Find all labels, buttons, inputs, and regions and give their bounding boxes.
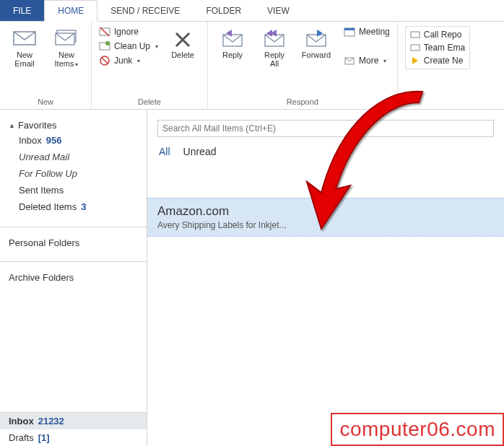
sidebar-archive-folders[interactable]: Archive Folders [0,261,147,284]
reply-button[interactable]: Reply [215,26,250,61]
quickstep-icon [410,30,420,40]
quickstep-icon [410,43,420,53]
tab-send-receive[interactable]: SEND / RECEIVE [97,0,193,21]
quickstep-team-email[interactable]: Team Ema [410,43,465,53]
clean-up-button[interactable]: Clean Up▾ [99,40,158,52]
sidebar-item-drafts[interactable]: Drafts [1] [0,429,147,446]
ribbon-group-respond-label: Respond [215,97,390,108]
unread-mail-label: Unread Mail [19,152,69,162]
ribbon-group-delete: Ignore Clean Up▾ Junk▾ [92,22,208,109]
inbox-label: Inbox [19,135,42,146]
drafts-label: Drafts [9,432,34,443]
main-area: ▲Favorites Inbox 956 Unread Mail For Fol… [0,110,504,446]
watermark: computer06.com [331,413,504,446]
svg-marker-19 [412,57,418,64]
quickstep-label: Team Ema [424,43,465,53]
quickstep-create-new[interactable]: Create Ne [410,56,465,66]
svg-rect-17 [411,32,420,38]
more-button[interactable]: More▾ [344,55,390,66]
svg-point-6 [105,41,110,45]
new-items-label: New Items▾ [55,51,79,69]
quickstep-icon [410,56,420,66]
more-icon [344,55,355,66]
filter-unread[interactable]: Unread [183,146,217,157]
delete-icon [170,27,195,49]
tab-strip: FILE HOME SEND / RECEIVE FOLDER VIEW [0,0,504,22]
message-list-pane: All Unread Amazon.com Avery Shipping Lab… [147,110,504,446]
tab-folder[interactable]: FOLDER [193,0,254,21]
sidebar-item-inbox-all[interactable]: Inbox 21232 [0,413,147,429]
ribbon: New Email New Items▾ New Ignore [0,22,504,110]
ignore-icon [99,26,110,38]
new-email-button[interactable]: New Email [7,26,42,69]
delete-button[interactable]: Delete [165,26,200,61]
ribbon-group-respond: Reply Reply All Forward Meetin [208,22,398,109]
tab-view[interactable]: VIEW [254,0,303,21]
deleted-count: 3 [81,201,86,212]
clean-up-icon [99,40,110,52]
message-item[interactable]: Amazon.com Avery Shipping Labels for Ink… [147,198,504,237]
ribbon-group-quicksteps: Call Repo Team Ema Create Ne [398,22,470,109]
ignore-button[interactable]: Ignore [99,26,158,38]
tab-file[interactable]: FILE [0,0,44,21]
sidebar-item-inbox[interactable]: Inbox 956 [0,132,147,149]
forward-icon [304,27,329,49]
ignore-label: Ignore [114,27,139,37]
quickstep-label: Create Ne [424,56,464,66]
forward-label: Forward [302,51,331,59]
meeting-icon [344,26,355,38]
message-subject: Avery Shipping Labels for Inkjet... [157,220,494,230]
sidebar-item-unread-mail[interactable]: Unread Mail [0,149,147,165]
meeting-button[interactable]: Meeting [344,26,390,38]
reply-all-icon [262,27,287,49]
svg-rect-15 [344,28,355,30]
envelope-icon [12,27,37,49]
svg-rect-18 [411,45,420,51]
filter-row: All Unread [147,141,504,162]
archive-folders-label: Archive Folders [9,272,74,283]
svg-line-8 [102,58,108,64]
junk-icon [99,55,110,66]
sidebar-item-follow-up[interactable]: For Follow Up [0,165,147,182]
forward-button[interactable]: Forward [299,26,334,61]
clean-up-label: Clean Up [114,41,150,51]
chevron-down-icon: ▲ [9,122,15,129]
junk-label: Junk [114,56,132,66]
quickstep-call-repo[interactable]: Call Repo [410,30,465,40]
quickstep-label: Call Repo [424,30,462,40]
new-email-label: New Email [14,51,35,68]
reply-icon [220,27,245,49]
tab-home[interactable]: HOME [44,0,97,22]
junk-button[interactable]: Junk▾ [99,55,158,66]
sidebar-favorites-header[interactable]: ▲Favorites [0,115,147,132]
ribbon-group-new-label: New [7,97,84,108]
sidebar: ▲Favorites Inbox 956 Unread Mail For Fol… [0,110,147,446]
message-sender: Amazon.com [157,204,494,219]
sent-label: Sent Items [19,185,64,196]
more-label: More [359,56,378,66]
ribbon-group-delete-label: Delete [99,97,200,108]
favorites-label: Favorites [18,120,56,131]
inbox-count: 956 [46,135,62,146]
reply-all-button[interactable]: Reply All [257,26,292,69]
delete-label: Delete [171,51,194,59]
meeting-label: Meeting [359,27,390,37]
new-items-button[interactable]: New Items▾ [49,26,84,70]
drafts-count: [1] [38,432,50,443]
follow-up-label: For Follow Up [19,168,77,179]
ribbon-group-new: New Email New Items▾ New [0,22,92,109]
ribbon-group-quicksteps-label [405,106,470,108]
inbox-all-count: 21232 [38,416,64,427]
sidebar-personal-folders[interactable]: Personal Folders [0,227,147,250]
inbox-all-label: Inbox [9,416,34,427]
deleted-label: Deleted Items [19,201,77,212]
envelope-stack-icon [54,27,79,49]
search-input[interactable] [157,120,494,137]
personal-folders-label: Personal Folders [9,237,79,248]
sidebar-item-deleted[interactable]: Deleted Items 3 [0,198,147,215]
filter-all[interactable]: All [159,146,170,157]
sidebar-item-sent[interactable]: Sent Items [0,182,147,198]
reply-all-label: Reply All [264,51,284,68]
reply-label: Reply [222,51,243,59]
